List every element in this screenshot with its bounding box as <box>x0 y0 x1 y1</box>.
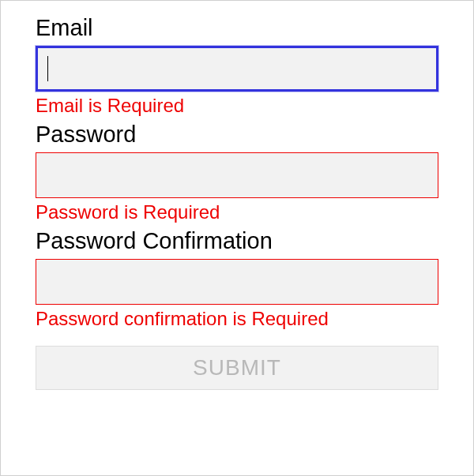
password-confirmation-error: Password confirmation is Required <box>36 308 438 330</box>
password-input[interactable] <box>36 152 438 198</box>
text-cursor <box>47 56 48 81</box>
password-confirmation-label: Password Confirmation <box>36 228 438 254</box>
password-group: Password Password is Required <box>36 122 438 223</box>
email-group: Email Email is Required <box>36 15 438 117</box>
email-label: Email <box>36 15 438 41</box>
submit-button[interactable]: SUBMIT <box>36 346 438 390</box>
email-error: Email is Required <box>36 95 438 117</box>
email-input[interactable] <box>36 46 438 92</box>
password-label: Password <box>36 122 438 148</box>
password-confirmation-group: Password Confirmation Password confirmat… <box>36 228 438 330</box>
password-confirmation-input[interactable] <box>36 259 438 305</box>
password-error: Password is Required <box>36 201 438 223</box>
